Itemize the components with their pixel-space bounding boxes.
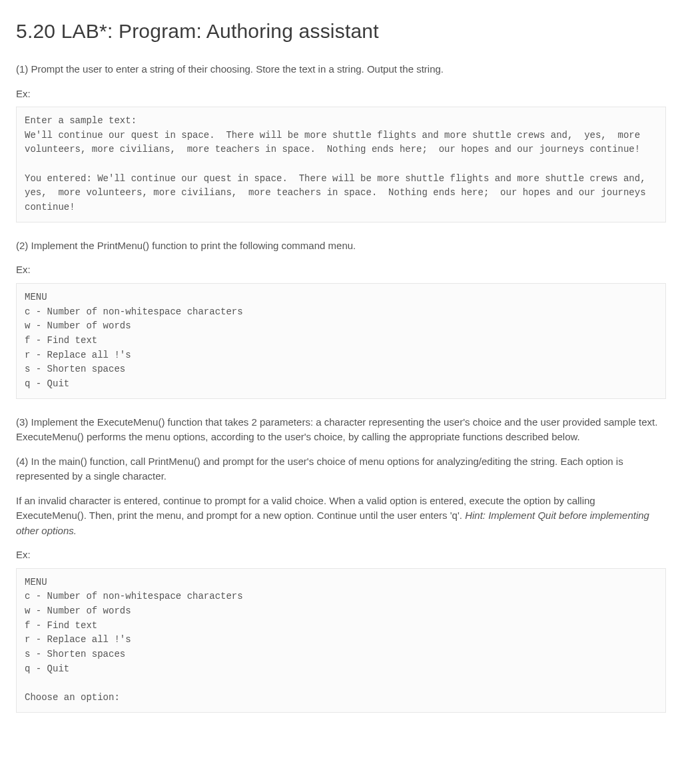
step4-text-1: (4) In the main() function, call PrintMe…	[16, 454, 666, 484]
step2-text: (2) Implement the PrintMenu() function t…	[16, 238, 666, 254]
step3-text: (3) Implement the ExecuteMenu() function…	[16, 415, 666, 445]
step1-text: (1) Prompt the user to enter a string of…	[16, 62, 666, 77]
step2-example-label: Ex:	[16, 262, 666, 278]
step1-example-label: Ex:	[16, 87, 666, 102]
step1-code-block: Enter a sample text: We'll continue our …	[16, 107, 666, 222]
page-title: 5.20 LAB*: Program: Authoring assistant	[16, 16, 666, 46]
step4-example-label: Ex:	[16, 548, 666, 563]
step4-code-block: MENU c - Number of non-whitespace charac…	[16, 568, 666, 713]
step4-text-2: If an invalid character is entered, cont…	[16, 494, 666, 539]
step2-code-block: MENU c - Number of non-whitespace charac…	[16, 283, 666, 399]
